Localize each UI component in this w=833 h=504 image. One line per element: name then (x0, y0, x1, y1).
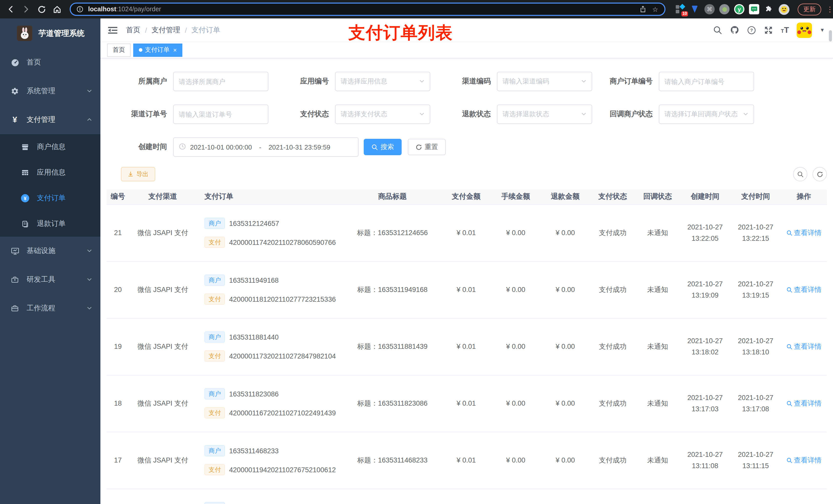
refund-status-select[interactable]: 请选择退款状态 (497, 104, 592, 124)
tab-home[interactable]: 首页 (107, 43, 130, 56)
breadcrumb-payment[interactable]: 支付管理 (152, 25, 180, 34)
browser-toolbar: localhost:1024/pay/order ☆ 10 ⌘ y (0, 0, 833, 19)
view-detail-link[interactable]: 查看详情 (786, 456, 822, 465)
notify-status: 未通知 (636, 261, 680, 318)
export-button[interactable]: 导出 (121, 167, 155, 181)
extension-chat-icon[interactable] (749, 4, 759, 14)
sidebar-item-workflow[interactable]: 工作流程 (0, 294, 100, 323)
extension-dot-icon[interactable] (719, 4, 730, 14)
paid-time-cell (730, 489, 781, 504)
view-detail-link[interactable]: 查看详情 (786, 399, 822, 408)
sidebar-item-label: 基础设施 (27, 246, 79, 256)
notify-status: 未通知 (636, 205, 680, 261)
merchant-input[interactable] (173, 72, 268, 91)
address-bar[interactable]: localhost:1024/pay/order ☆ (70, 3, 665, 16)
sidebar-item-app-info[interactable]: 应用信息 (0, 160, 100, 186)
clock-icon (179, 143, 186, 151)
sidebar-item-payment[interactable]: ¥ 支付管理 (0, 105, 100, 134)
pay-order-cell: 商户1635312124657 支付4200001174202110278060… (196, 205, 343, 261)
pay-order-cell: 商户1635311949168 支付4200001181202110277723… (196, 261, 343, 318)
profile-emoji-icon[interactable] (779, 4, 789, 15)
navbar-actions: ? TT ▼ (713, 22, 825, 38)
reset-button[interactable]: 重置 (408, 139, 446, 155)
pay-transaction-no: 4200001173202110272847982104 (229, 352, 336, 360)
filter-row-2: 渠道订单号 支付状态 请选择支付状态 退款状态 (106, 104, 827, 124)
filter-row-3: 创建时间 2021-10-01 00:00:00 - 2021-10-31 23… (106, 137, 827, 157)
product-title: 标题：1635311949168 (343, 261, 442, 318)
refresh-button[interactable] (812, 167, 827, 181)
created-time-cell (680, 489, 730, 504)
column-header: 支付订单 (196, 190, 343, 205)
channel-order-no-input[interactable] (173, 104, 268, 124)
pay-transaction-no: 4200001194202110276752100612 (229, 466, 336, 474)
pay-status-select[interactable]: 请选择支付状态 (335, 104, 430, 124)
pay-channel: 微信 JSAPI 支付 (129, 432, 196, 489)
fullscreen-icon[interactable] (764, 25, 773, 34)
site-info-icon[interactable] (76, 5, 84, 13)
search-button[interactable]: 搜索 (364, 139, 402, 155)
merchant-tag: 商户 (205, 502, 225, 504)
table-row: 18 微信 JSAPI 支付 商户1635311823086 支付4200001… (106, 375, 827, 432)
sidebar-item-merchant-info[interactable]: 商户信息 (0, 134, 100, 160)
close-icon[interactable]: × (173, 46, 177, 53)
sidebar-item-refund-order[interactable]: 退款订单 (0, 211, 100, 237)
sidebar-item-label: 应用信息 (37, 168, 92, 177)
browser-menu-icon[interactable]: ⋮ (826, 5, 833, 13)
extensions-puzzle-icon[interactable] (764, 4, 774, 14)
extension-gem-icon[interactable] (690, 4, 700, 14)
column-header: 编号 (106, 190, 129, 205)
sidebar-item-system[interactable]: 系统管理 (0, 77, 100, 105)
pay-tag: 支付 (205, 293, 225, 305)
merchant-order-no-input[interactable] (659, 72, 754, 91)
notify-status-select[interactable]: 请选择订单回调商户状态 (659, 104, 754, 124)
pay-status: 支付成功 (590, 205, 635, 261)
merchant-order-no: 1635312124657 (229, 219, 279, 227)
sidebar-item-dev-tools[interactable]: 研发工具 (0, 265, 100, 294)
extension-collage-icon[interactable]: 10 (675, 4, 685, 14)
reload-icon[interactable] (36, 4, 47, 15)
view-detail-link[interactable]: 查看详情 (786, 228, 822, 237)
extension-y-icon[interactable]: y (734, 4, 744, 14)
order-id: 21 (106, 205, 129, 261)
sidebar-item-label: 首页 (27, 58, 92, 67)
search-icon[interactable] (713, 25, 722, 34)
breadcrumb-home[interactable]: 首页 (126, 25, 140, 34)
pay-status: 支付成功 (590, 375, 635, 432)
order-id: 20 (106, 261, 129, 318)
show-search-toggle-button[interactable] (793, 167, 807, 181)
merchant-tag: 商户 (205, 331, 225, 343)
forward-icon[interactable] (21, 4, 32, 15)
pay-transaction-no: 4200001174202110278060590766 (229, 238, 336, 246)
created-time-cell: 2021-10-2713:22:05 (680, 205, 730, 261)
github-icon[interactable] (730, 25, 739, 34)
scrollbar-thumb[interactable] (829, 30, 832, 42)
column-header: 退款金额 (541, 190, 590, 205)
date-range-picker[interactable]: 2021-10-01 00:00:00 - 2021-10-31 23:59:5… (173, 137, 359, 157)
avatar-caret-icon[interactable]: ▼ (820, 27, 825, 33)
tab-pay-order[interactable]: 支付订单 × (133, 43, 182, 56)
app-select[interactable]: 请选择应用信息 (335, 72, 430, 91)
sidebar-item-home[interactable]: 首页 (0, 48, 100, 77)
sidebar-item-infrastructure[interactable]: 基础设施 (0, 237, 100, 265)
product-title: 标题：1635312124656 (343, 205, 442, 261)
view-detail-link[interactable]: 查看详情 (786, 342, 822, 351)
bookmark-star-icon[interactable]: ☆ (651, 5, 659, 13)
user-avatar[interactable] (796, 22, 812, 38)
screen: localhost:1024/pay/order ☆ 10 ⌘ y (0, 0, 833, 504)
merchant-tag: 商户 (205, 388, 225, 400)
sidebar-collapse-icon[interactable] (108, 25, 118, 35)
tags-view-bar: 首页 支付订单 × (100, 42, 833, 58)
extension-command-icon[interactable]: ⌘ (705, 4, 715, 14)
home-icon[interactable] (51, 4, 63, 15)
share-icon[interactable] (639, 5, 647, 13)
channel-code-select[interactable]: 请输入渠道编码 (497, 72, 592, 91)
merchant-order-no: 1635311823086 (229, 390, 279, 398)
filter-row-1: 所属商户 应用编号 请选择应用信息 渠道编码 (106, 72, 827, 91)
sidebar-item-pay-order[interactable]: ¥ 支付订单 (0, 186, 100, 211)
view-detail-link[interactable]: 查看详情 (786, 285, 822, 294)
help-icon[interactable]: ? (747, 25, 756, 34)
back-icon[interactable] (5, 4, 16, 15)
browser-update-button[interactable]: 更新 (798, 3, 821, 15)
font-size-icon[interactable]: TT (781, 25, 789, 34)
action-cell: 查看详情 (781, 205, 827, 261)
